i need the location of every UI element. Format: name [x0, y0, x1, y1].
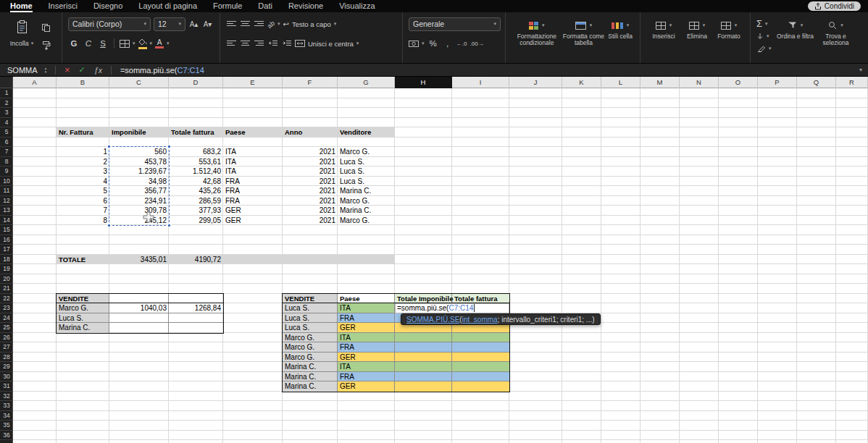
- cell-B8[interactable]: 2: [57, 157, 109, 167]
- tab-layout-di-pagina[interactable]: Layout di pagina: [138, 0, 197, 12]
- cell-E14[interactable]: GER: [223, 216, 283, 226]
- column-header-F[interactable]: F: [283, 77, 338, 88]
- cell-D11[interactable]: 435,26: [169, 186, 223, 196]
- row-header-19[interactable]: 19: [0, 264, 13, 274]
- cell-F23[interactable]: Luca S.: [283, 303, 338, 313]
- cell-D18[interactable]: 4190,72: [169, 255, 223, 265]
- row-header-23[interactable]: 23: [0, 303, 13, 313]
- row-header-28[interactable]: 28: [0, 353, 13, 363]
- align-center-button[interactable]: [240, 37, 251, 50]
- row-header-36[interactable]: 36: [0, 431, 13, 441]
- cell-E13[interactable]: GER: [223, 206, 283, 216]
- cell-E10[interactable]: FRA: [223, 177, 283, 187]
- row-header-34[interactable]: 34: [0, 411, 13, 421]
- cell-F14[interactable]: 2021: [283, 216, 338, 226]
- borders-button[interactable]: [120, 37, 135, 50]
- column-header-D[interactable]: D: [169, 77, 223, 88]
- row-header-21[interactable]: 21: [0, 284, 13, 294]
- formula-bar-expand-icon[interactable]: [859, 67, 862, 73]
- cell-G26[interactable]: ITA: [338, 333, 395, 343]
- cell-D7[interactable]: 683,2: [169, 147, 223, 157]
- row-header-35[interactable]: 35: [0, 421, 13, 431]
- cell-G7[interactable]: Marco G.: [338, 147, 395, 157]
- cell-B22[interactable]: VENDITE: [57, 294, 109, 304]
- column-header-I[interactable]: I: [452, 77, 509, 88]
- cell-G24[interactable]: FRA: [338, 313, 395, 324]
- merge-center-button[interactable]: Unisci e centra: [295, 37, 359, 50]
- cell-B23[interactable]: Marco G.: [57, 303, 109, 313]
- row-header-16[interactable]: 16: [0, 235, 13, 245]
- cell-G12[interactable]: Marco G.: [338, 196, 395, 206]
- cell-F12[interactable]: 2021: [283, 196, 338, 206]
- column-header-Q[interactable]: Q: [797, 77, 836, 88]
- tab-inserisci[interactable]: Inserisci: [49, 0, 78, 12]
- share-button[interactable]: Condividi: [808, 1, 861, 11]
- column-header-E[interactable]: E: [223, 77, 283, 88]
- delete-cells-button[interactable]: Elimina: [681, 17, 713, 63]
- column-header-P[interactable]: P: [758, 77, 797, 88]
- cell-G30[interactable]: FRA: [338, 372, 395, 382]
- tab-disegno[interactable]: Disegno: [93, 0, 122, 12]
- cell-C18[interactable]: 3435,01: [109, 255, 169, 265]
- grow-font-button[interactable]: [188, 17, 199, 30]
- currency-format-button[interactable]: [409, 37, 425, 50]
- row-header-3[interactable]: 3: [0, 108, 13, 118]
- cell-B10[interactable]: 4: [57, 177, 109, 187]
- cell-B5[interactable]: Nr. Fattura: [57, 127, 109, 138]
- cell-B24[interactable]: Luca S.: [57, 313, 109, 324]
- cell-G28[interactable]: GER: [338, 353, 395, 363]
- bold-button[interactable]: G: [68, 37, 80, 50]
- increase-indent-button[interactable]: [281, 37, 292, 50]
- cell-G8[interactable]: Luca S.: [338, 157, 395, 167]
- tab-visualizza[interactable]: Visualizza: [339, 0, 375, 12]
- column-header-L[interactable]: L: [601, 77, 640, 88]
- row-header-22[interactable]: 22: [0, 294, 13, 304]
- cell-B9[interactable]: 3: [57, 166, 109, 177]
- cell-F13[interactable]: 2021: [283, 206, 338, 216]
- row-header-26[interactable]: 26: [0, 333, 13, 343]
- row-header-2[interactable]: 2: [0, 98, 13, 109]
- decrease-indent-button[interactable]: [267, 37, 278, 50]
- increase-decimal-button[interactable]: .00→: [470, 37, 484, 50]
- cell-C23[interactable]: 1040,03: [109, 303, 169, 313]
- cell-F24[interactable]: Luca S.: [283, 313, 338, 324]
- tab-home[interactable]: Home: [10, 0, 33, 12]
- cell-D14[interactable]: 299,05: [169, 216, 223, 226]
- row-header-20[interactable]: 20: [0, 274, 13, 284]
- column-header-C[interactable]: C: [109, 77, 169, 88]
- format-cells-button[interactable]: Formato: [713, 17, 745, 63]
- autosum-button[interactable]: Σ: [756, 18, 772, 29]
- cell-G23[interactable]: ITA: [338, 303, 395, 313]
- cell-E9[interactable]: ITA: [223, 166, 283, 177]
- conditional-formatting-button[interactable]: Formattazione condizionale: [512, 17, 562, 63]
- cell-B18[interactable]: TOTALE: [57, 255, 109, 265]
- formula-input[interactable]: =somma.più.se(C7:C14: [120, 66, 859, 75]
- row-header-12[interactable]: 12: [0, 196, 13, 206]
- cell-F7[interactable]: 2021: [283, 147, 338, 157]
- row-header-5[interactable]: 5: [0, 127, 13, 138]
- column-header-R[interactable]: R: [836, 77, 868, 88]
- find-select-button[interactable]: Trova e seleziona: [815, 17, 857, 63]
- cell-G22[interactable]: Paese: [338, 294, 395, 304]
- cell-F11[interactable]: 2021: [283, 186, 338, 196]
- comma-style-button[interactable]: ,: [442, 37, 454, 50]
- cell-G11[interactable]: Marina C.: [338, 186, 395, 196]
- cell-B12[interactable]: 6: [57, 196, 109, 206]
- row-header-13[interactable]: 13: [0, 206, 13, 216]
- row-header-31[interactable]: 31: [0, 381, 13, 392]
- align-left-button[interactable]: [226, 37, 237, 50]
- clear-button[interactable]: [756, 43, 772, 54]
- cell-G29[interactable]: ITA: [338, 362, 395, 372]
- row-header-18[interactable]: 18: [0, 255, 13, 265]
- cell-E11[interactable]: FRA: [223, 186, 283, 196]
- row-header-14[interactable]: 14: [0, 216, 13, 226]
- cell-H22[interactable]: Totale Imponibile: [395, 294, 452, 304]
- insert-function-button[interactable]: [94, 66, 102, 75]
- paste-button[interactable]: Incolla: [6, 17, 38, 51]
- row-header-10[interactable]: 10: [0, 177, 13, 187]
- row-header-29[interactable]: 29: [0, 362, 13, 372]
- cell-G14[interactable]: Marco G.: [338, 216, 395, 226]
- row-header-6[interactable]: 6: [0, 138, 13, 148]
- font-name-select[interactable]: Calibri (Corpo): [68, 17, 151, 31]
- cell-editor[interactable]: =somma.più.se(C7:C14: [395, 303, 509, 313]
